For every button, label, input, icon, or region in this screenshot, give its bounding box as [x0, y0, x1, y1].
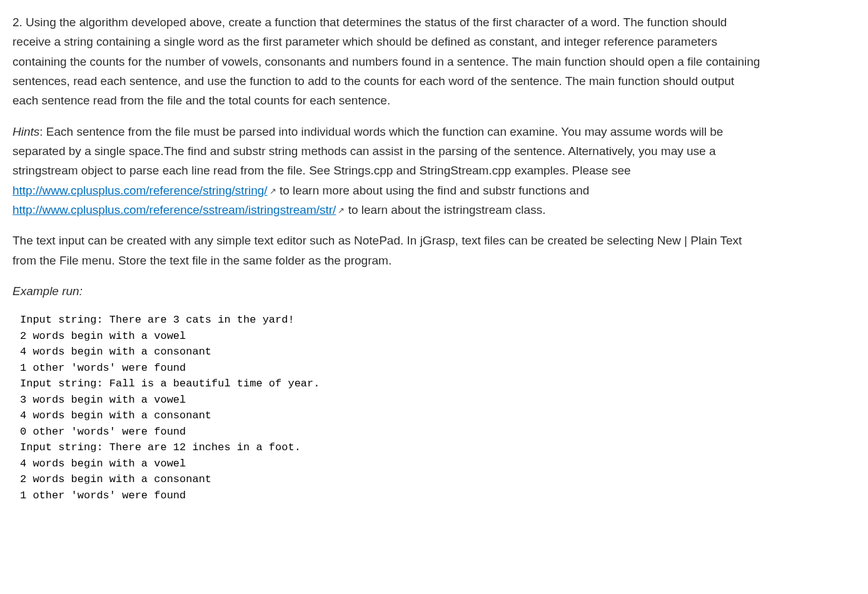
external-link-icon: ↗ [338, 204, 345, 217]
question-paragraph-1: 2. Using the algorithm developed above, … [13, 13, 763, 111]
hints-text-1: : Each sentence from the file must be pa… [13, 125, 723, 178]
hints-text-2: to learn more about using the find and s… [276, 184, 590, 197]
example-output-block: Input string: There are 3 cats in the ya… [13, 312, 763, 503]
hints-text-3: to learn about the istringstream class. [345, 203, 545, 216]
hints-label: Hints [13, 125, 39, 138]
external-link-icon: ↗ [270, 184, 276, 198]
hints-paragraph: Hints: Each sentence from the file must … [13, 122, 763, 220]
link-string-reference[interactable]: http://www.cplusplus.com/reference/strin… [13, 184, 268, 197]
link-istringstream-reference[interactable]: http://www.cplusplus.com/reference/sstre… [13, 203, 336, 216]
example-run-label: Example run: [13, 281, 763, 301]
text-input-info-paragraph: The text input can be created with any s… [13, 231, 763, 270]
